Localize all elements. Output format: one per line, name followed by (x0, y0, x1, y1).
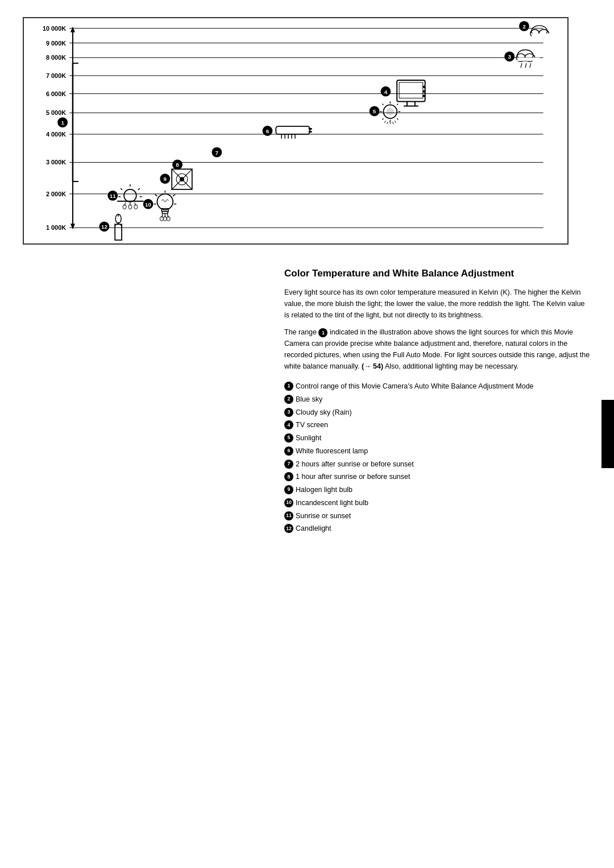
legend-item-10: 10Incandescent light bulb (284, 498, 591, 509)
svg-rect-101 (162, 212, 168, 214)
legend-item-12: 12Candlelight (284, 523, 591, 534)
paragraph-2: The range 1 indicated in the illustratio… (284, 326, 591, 372)
svg-rect-52 (423, 86, 425, 88)
svg-text:3 000K: 3 000K (46, 159, 66, 166)
diagram-container: 10 000K 9 000K 8 000K 7 000K 6 000K 5 00… (23, 17, 569, 245)
legend-badge-10: 10 (284, 498, 293, 507)
svg-text:4: 4 (384, 89, 388, 95)
svg-text:8 000K: 8 000K (46, 54, 66, 61)
legend-badge-6: 6 (284, 447, 293, 456)
svg-line-75 (395, 121, 396, 123)
svg-rect-48 (399, 82, 423, 98)
svg-text:7 000K: 7 000K (46, 72, 66, 79)
legend-item-1: 1Control range of this Movie Camera's Au… (284, 381, 591, 392)
svg-text:5 000K: 5 000K (46, 109, 66, 116)
legend-item-6: 6White fluorescent lamp (284, 446, 591, 457)
inline-badge-1: 1 (318, 328, 327, 337)
svg-line-44 (530, 63, 531, 68)
legend-text-9: Halogen light bulb (296, 485, 352, 495)
svg-text:11: 11 (110, 193, 116, 199)
legend-text-6: White fluorescent lamp (296, 446, 368, 457)
legend-item-9: 9Halogen light bulb (284, 485, 591, 495)
right-column: Color Temperature and White Balance Adju… (284, 267, 591, 536)
svg-text:9: 9 (164, 176, 167, 182)
section-title: Color Temperature and White Balance Adju… (284, 267, 591, 280)
legend-text-5: Sunlight (296, 433, 321, 444)
paragraph-1: Every light source has its own color tem… (284, 287, 591, 321)
svg-point-96 (180, 177, 184, 181)
svg-text:3: 3 (508, 53, 511, 60)
legend-badge-11: 11 (284, 511, 293, 520)
legend-text-2: Blue sky (296, 394, 322, 405)
svg-rect-79 (309, 128, 312, 130)
legend-text-10: Incandescent light bulb (296, 498, 368, 509)
legend-text-4: TV screen (296, 420, 328, 431)
svg-text:8: 8 (176, 162, 179, 168)
legend-list: 1Control range of this Movie Camera's Au… (284, 381, 591, 534)
svg-text:1 000K: 1 000K (46, 224, 66, 231)
legend-text-7: 2 hours after sunrise or before sunset (296, 459, 414, 470)
legend-item-2: 2Blue sky (284, 394, 591, 405)
legend-item-8: 81 hour after sunrise or before sunset (284, 472, 591, 482)
legend-badge-1: 1 (284, 382, 293, 391)
legend-badge-8: 8 (284, 472, 293, 481)
svg-marker-25 (70, 27, 75, 32)
svg-line-62 (382, 104, 383, 105)
legend-badge-9: 9 (284, 485, 293, 494)
svg-rect-78 (276, 126, 309, 134)
content-area: Color Temperature and White Balance Adju… (23, 267, 591, 536)
svg-text:9 000K: 9 000K (46, 40, 66, 47)
svg-point-66 (386, 108, 394, 115)
svg-line-73 (392, 122, 393, 124)
svg-line-120 (121, 188, 122, 190)
svg-rect-80 (309, 131, 312, 133)
svg-line-106 (155, 195, 157, 196)
left-column (23, 267, 262, 536)
svg-text:10: 10 (145, 201, 151, 208)
svg-line-65 (382, 118, 383, 119)
svg-text:10 000K: 10 000K (43, 25, 66, 32)
svg-text:6: 6 (266, 128, 269, 134)
svg-point-130 (115, 214, 121, 224)
legend-text-3: Cloudy sky (Rain) (296, 407, 352, 418)
svg-text:6 000K: 6 000K (46, 90, 66, 97)
legend-badge-5: 5 (284, 433, 293, 443)
svg-text:12: 12 (101, 224, 107, 230)
svg-line-74 (384, 121, 385, 123)
svg-rect-132 (115, 224, 122, 240)
legend-item-4: 4TV screen (284, 420, 591, 431)
legend-text-12: Candlelight (296, 523, 331, 534)
legend-item-3: 3Cloudy sky (Rain) (284, 407, 591, 418)
svg-line-63 (397, 118, 398, 119)
svg-rect-41 (517, 57, 540, 61)
svg-text:2 000K: 2 000K (46, 191, 66, 197)
svg-text:7: 7 (215, 150, 219, 156)
legend-text-11: Sunrise or sunset (296, 511, 351, 522)
svg-text:4 000K: 4 000K (46, 131, 66, 138)
black-sidebar-tab (601, 400, 614, 468)
svg-rect-54 (423, 95, 425, 97)
legend-badge-12: 12 (284, 524, 293, 533)
svg-line-103 (173, 195, 175, 196)
svg-text:1: 1 (61, 119, 64, 126)
svg-line-42 (521, 63, 522, 68)
legend-badge-2: 2 (284, 395, 293, 404)
legend-text-1: Control range of this Movie Camera's Aut… (296, 381, 534, 392)
legend-badge-3: 3 (284, 408, 293, 417)
diagram-svg: 10 000K 9 000K 8 000K 7 000K 6 000K 5 00… (24, 18, 567, 243)
legend-item-5: 5Sunlight (284, 433, 591, 444)
svg-line-71 (387, 122, 388, 124)
svg-rect-53 (423, 90, 425, 93)
svg-line-43 (525, 63, 526, 68)
svg-rect-35 (532, 34, 554, 38)
svg-text:5: 5 (373, 108, 376, 114)
svg-text:2: 2 (522, 23, 526, 30)
legend-item-7: 72 hours after sunrise or before sunset (284, 459, 591, 470)
legend-item-11: 11Sunrise or sunset (284, 511, 591, 522)
legend-text-8: 1 hour after sunrise or before sunset (296, 472, 410, 482)
svg-line-117 (138, 188, 140, 190)
svg-marker-27 (70, 224, 75, 229)
legend-badge-4: 4 (284, 420, 293, 429)
legend-badge-7: 7 (284, 460, 293, 469)
svg-line-64 (397, 104, 398, 105)
